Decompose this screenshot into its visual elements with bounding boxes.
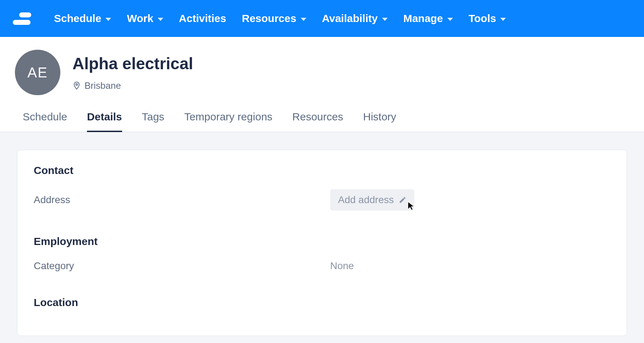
nav-label: Activities xyxy=(179,12,226,24)
tab-history[interactable]: History xyxy=(363,111,396,132)
tab-bar: Schedule Details Tags Temporary regions … xyxy=(0,102,644,132)
nav-item-resources[interactable]: Resources xyxy=(242,12,306,24)
field-row-category: Category None xyxy=(34,260,610,272)
avatar-initials: AE xyxy=(27,65,48,81)
chevron-down-icon xyxy=(382,18,388,21)
nav-label: Schedule xyxy=(54,12,101,24)
nav-label: Manage xyxy=(403,12,443,24)
nav-item-availability[interactable]: Availability xyxy=(322,12,388,24)
tab-schedule[interactable]: Schedule xyxy=(23,111,67,132)
tab-tags[interactable]: Tags xyxy=(142,111,164,132)
pencil-icon xyxy=(399,196,406,204)
section-title-employment: Employment xyxy=(34,235,610,247)
nav-item-tools[interactable]: Tools xyxy=(469,12,506,24)
section-title-location: Location xyxy=(34,296,610,309)
nav-item-schedule[interactable]: Schedule xyxy=(54,12,111,24)
top-nav: Schedule Work Activities Resources Avail… xyxy=(0,0,644,37)
location-row: Brisbane xyxy=(72,80,193,91)
button-label: Add address xyxy=(338,194,394,206)
field-label-address: Address xyxy=(34,194,330,206)
tab-label: Resources xyxy=(292,111,343,123)
tab-temporary-regions[interactable]: Temporary regions xyxy=(184,111,272,132)
nav-item-manage[interactable]: Manage xyxy=(403,12,453,24)
tab-label: Temporary regions xyxy=(184,111,272,123)
section-title-contact: Contact xyxy=(34,164,610,176)
title-block: Alpha electrical Brisbane xyxy=(72,54,193,91)
tab-details[interactable]: Details xyxy=(87,111,122,132)
content-area: Contact Address Add address Employment xyxy=(0,132,644,343)
nav-item-work[interactable]: Work xyxy=(127,12,163,24)
tab-label: Tags xyxy=(142,111,164,123)
nav-label: Work xyxy=(127,12,153,24)
chevron-down-icon xyxy=(500,18,506,21)
cursor-icon xyxy=(407,201,416,213)
nav-item-activities[interactable]: Activities xyxy=(179,12,226,24)
tab-resources[interactable]: Resources xyxy=(292,111,343,132)
app-logo[interactable] xyxy=(13,9,31,28)
avatar: AE xyxy=(15,50,60,95)
field-label-category: Category xyxy=(34,260,330,272)
nav-label: Resources xyxy=(242,12,296,24)
nav-label: Availability xyxy=(322,12,378,24)
chevron-down-icon xyxy=(105,18,111,21)
nav-label: Tools xyxy=(469,12,496,24)
chevron-down-icon xyxy=(158,18,163,21)
tab-label: Details xyxy=(87,111,122,123)
add-address-button[interactable]: Add address xyxy=(330,189,414,211)
page-header: AE Alpha electrical Brisbane xyxy=(0,37,644,102)
tab-label: Schedule xyxy=(23,111,67,123)
chevron-down-icon xyxy=(447,18,453,21)
page-title: Alpha electrical xyxy=(72,54,193,73)
chevron-down-icon xyxy=(301,18,306,21)
svg-point-0 xyxy=(76,84,78,86)
field-value-category[interactable]: None xyxy=(330,260,354,272)
location-text: Brisbane xyxy=(84,80,121,91)
details-card: Contact Address Add address Employment xyxy=(17,150,627,336)
tab-label: History xyxy=(363,111,396,123)
field-row-address: Address Add address xyxy=(34,189,610,211)
location-pin-icon xyxy=(72,81,81,90)
